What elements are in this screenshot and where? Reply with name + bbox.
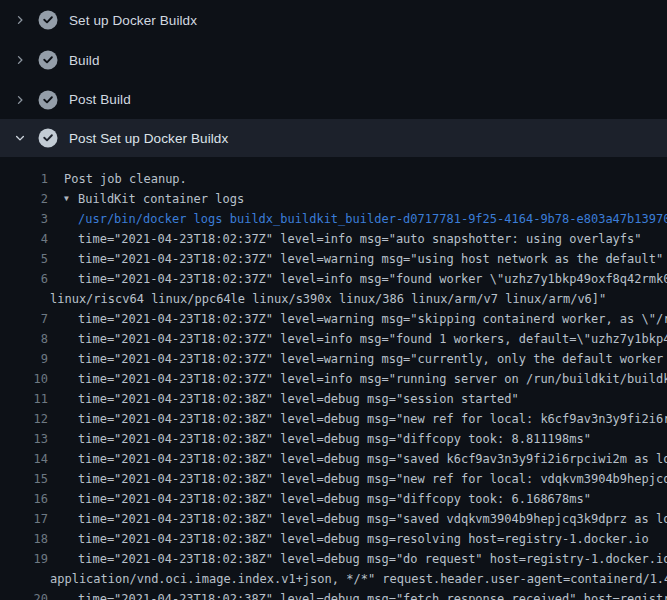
step-header-post-set-up-docker-buildx[interactable]: Post Set up Docker Buildx bbox=[0, 119, 667, 157]
step-label: Set up Docker Buildx bbox=[69, 13, 197, 28]
log-line-text: time="2021-04-23T18:02:38Z" level=debug … bbox=[78, 409, 667, 429]
log-line-number[interactable]: 12 bbox=[0, 409, 48, 429]
log-line-text: time="2021-04-23T18:02:38Z" level=debug … bbox=[78, 529, 649, 549]
log-line-text: Post job cleanup. bbox=[64, 169, 187, 189]
log-line: 19 time="2021-04-23T18:02:38Z" level=deb… bbox=[0, 549, 667, 569]
log-line-text: time="2021-04-23T18:02:37Z" level=info m… bbox=[78, 269, 667, 289]
check-circle-icon bbox=[38, 50, 58, 70]
log-line: 13 time="2021-04-23T18:02:38Z" level=deb… bbox=[0, 429, 667, 449]
log-line-number[interactable]: 18 bbox=[0, 529, 48, 549]
log-line-number[interactable]: 6 bbox=[0, 269, 48, 289]
log-line-wrap: application/vnd.oci.image.index.v1+json,… bbox=[0, 569, 667, 589]
log-line-text: time="2021-04-23T18:02:38Z" level=debug … bbox=[78, 589, 667, 600]
log-line-text: time="2021-04-23T18:02:37Z" level=warnin… bbox=[78, 249, 663, 269]
log-line-text: time="2021-04-23T18:02:38Z" level=debug … bbox=[78, 429, 591, 449]
check-circle-icon bbox=[38, 10, 58, 30]
log-line-text: time="2021-04-23T18:02:38Z" level=debug … bbox=[78, 509, 667, 529]
log-line-number[interactable]: 14 bbox=[0, 449, 48, 469]
log-line-text: time="2021-04-23T18:02:38Z" level=debug … bbox=[78, 489, 591, 509]
log-line-number[interactable]: 17 bbox=[0, 509, 48, 529]
log-line: 1 Post job cleanup. bbox=[0, 169, 667, 189]
log-line-text: time="2021-04-23T18:02:38Z" level=debug … bbox=[78, 389, 519, 409]
log-line-number[interactable]: 16 bbox=[0, 489, 48, 509]
log-line-number[interactable]: 13 bbox=[0, 429, 48, 449]
log-line-number[interactable]: 3 bbox=[0, 209, 48, 229]
log-line-number[interactable]: 15 bbox=[0, 469, 48, 489]
log-line: 8 time="2021-04-23T18:02:37Z" level=info… bbox=[0, 329, 667, 349]
log-line: 17 time="2021-04-23T18:02:38Z" level=deb… bbox=[0, 509, 667, 529]
log-group-title[interactable]: BuildKit container logs bbox=[78, 189, 244, 209]
group-expanded-triangle-icon[interactable]: ▼ bbox=[64, 189, 78, 209]
log-line-number[interactable]: 7 bbox=[0, 309, 48, 329]
log-line-text: time="2021-04-23T18:02:38Z" level=debug … bbox=[78, 449, 667, 469]
log-line-number[interactable]: 20 bbox=[0, 589, 48, 600]
log-line: 12 time="2021-04-23T18:02:38Z" level=deb… bbox=[0, 409, 667, 429]
chevron-down-icon[interactable] bbox=[13, 131, 27, 145]
log-line: 6 time="2021-04-23T18:02:37Z" level=info… bbox=[0, 269, 667, 289]
log-viewer: 1 Post job cleanup. 2 ▼ BuildKit contain… bbox=[0, 157, 667, 600]
chevron-right-icon[interactable] bbox=[13, 53, 27, 67]
step-label: Post Build bbox=[69, 92, 131, 107]
log-line-number[interactable]: 9 bbox=[0, 349, 48, 369]
step-label: Post Set up Docker Buildx bbox=[69, 131, 228, 146]
log-command-text: /usr/bin/docker logs buildx_buildkit_bui… bbox=[78, 209, 667, 229]
log-line-number[interactable]: 11 bbox=[0, 389, 48, 409]
log-line-text: time="2021-04-23T18:02:37Z" level=warnin… bbox=[78, 309, 667, 329]
chevron-right-icon[interactable] bbox=[13, 13, 27, 27]
check-circle-icon bbox=[38, 128, 58, 148]
step-header-set-up-docker-buildx[interactable]: Set up Docker Buildx bbox=[0, 0, 667, 40]
log-line: 4 time="2021-04-23T18:02:37Z" level=info… bbox=[0, 229, 667, 249]
log-line-number bbox=[0, 289, 48, 309]
step-header-build[interactable]: Build bbox=[0, 40, 667, 80]
log-line-number[interactable]: 8 bbox=[0, 329, 48, 349]
steps-list: Set up Docker Buildx Build Post Build bbox=[0, 0, 667, 157]
check-circle-icon bbox=[38, 90, 58, 110]
log-line: 3 /usr/bin/docker logs buildx_buildkit_b… bbox=[0, 209, 667, 229]
step-label: Build bbox=[69, 53, 100, 68]
log-line: 5 time="2021-04-23T18:02:37Z" level=warn… bbox=[0, 249, 667, 269]
log-line: 14 time="2021-04-23T18:02:38Z" level=deb… bbox=[0, 449, 667, 469]
log-line: 15 time="2021-04-23T18:02:38Z" level=deb… bbox=[0, 469, 667, 489]
log-line: 10 time="2021-04-23T18:02:37Z" level=inf… bbox=[0, 369, 667, 389]
step-header-post-build[interactable]: Post Build bbox=[0, 80, 667, 119]
log-line-text: time="2021-04-23T18:02:37Z" level=info m… bbox=[78, 329, 667, 349]
log-line-text: time="2021-04-23T18:02:38Z" level=debug … bbox=[78, 469, 667, 489]
log-line-number[interactable]: 2 bbox=[0, 189, 48, 209]
log-line-number[interactable]: 10 bbox=[0, 369, 48, 389]
log-line-number[interactable]: 1 bbox=[0, 169, 48, 189]
log-line: 18 time="2021-04-23T18:02:38Z" level=deb… bbox=[0, 529, 667, 549]
log-line-number bbox=[0, 569, 48, 589]
log-line-number[interactable]: 4 bbox=[0, 229, 48, 249]
log-line-text: linux/riscv64 linux/ppc64le linux/s390x … bbox=[50, 289, 606, 309]
log-line-text: time="2021-04-23T18:02:37Z" level=info m… bbox=[78, 229, 642, 249]
log-line-text: time="2021-04-23T18:02:38Z" level=debug … bbox=[78, 549, 667, 569]
actions-log-view: Set up Docker Buildx Build Post Build bbox=[0, 0, 667, 600]
log-line-text: time="2021-04-23T18:02:37Z" level=info m… bbox=[78, 369, 667, 389]
log-line-number[interactable]: 19 bbox=[0, 549, 48, 569]
log-line-text: time="2021-04-23T18:02:37Z" level=warnin… bbox=[78, 349, 667, 369]
log-line: 7 time="2021-04-23T18:02:37Z" level=warn… bbox=[0, 309, 667, 329]
chevron-right-icon[interactable] bbox=[13, 93, 27, 107]
log-line-number[interactable]: 5 bbox=[0, 249, 48, 269]
log-line: 2 ▼ BuildKit container logs bbox=[0, 189, 667, 209]
log-line-wrap: linux/riscv64 linux/ppc64le linux/s390x … bbox=[0, 289, 667, 309]
log-line: 9 time="2021-04-23T18:02:37Z" level=warn… bbox=[0, 349, 667, 369]
log-line-text: application/vnd.oci.image.index.v1+json,… bbox=[50, 569, 667, 589]
log-line: 11 time="2021-04-23T18:02:38Z" level=deb… bbox=[0, 389, 667, 409]
log-line: 16 time="2021-04-23T18:02:38Z" level=deb… bbox=[0, 489, 667, 509]
log-line: 20 time="2021-04-23T18:02:38Z" level=deb… bbox=[0, 589, 667, 600]
